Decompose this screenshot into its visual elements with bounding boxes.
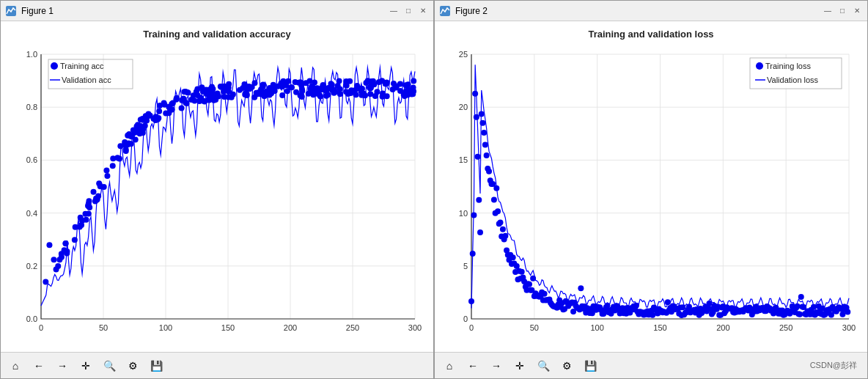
figure2-canvas [435,21,867,352]
figure2-chart-area [435,21,867,352]
figure2-toolbar-buttons: ⌂ ← → ✛ 🔍 ⚙ 💾 [439,356,600,375]
figure1-titlebar-left: Figure 1 [5,5,54,17]
figure1-icon [5,5,17,17]
figure1-pan-button[interactable]: ✛ [76,356,96,375]
figure2-settings-button[interactable]: ⚙ [556,356,577,375]
figure1-home-button[interactable]: ⌂ [5,356,26,375]
figure1-zoom-button[interactable]: 🔍 [99,356,119,375]
figure1-minimize-button[interactable]: — [388,5,400,17]
figure2-zoom-button[interactable]: 🔍 [533,356,553,375]
figure2-back-button[interactable]: ← [463,356,483,375]
figure2-maximize-button[interactable]: □ [836,5,848,17]
figure1-controls: — □ ✕ [388,5,429,17]
figure2-forward-button[interactable]: → [486,356,507,375]
figure1-close-button[interactable]: ✕ [417,5,429,17]
figure1-forward-button[interactable]: → [52,356,73,375]
figure2-titlebar: Figure 2 — □ ✕ [435,1,867,21]
figure1-chart-area [1,21,433,352]
figure1-title: Figure 1 [21,6,54,16]
figure1-canvas [1,21,433,352]
figure1-titlebar: Figure 1 — □ ✕ [1,1,433,21]
figure2-icon [439,5,451,17]
figure2-toolbar: ⌂ ← → ✛ 🔍 ⚙ 💾 CSDN@彭祥 [435,352,867,378]
figure1-window: Figure 1 — □ ✕ ⌂ ← → ✛ 🔍 ⚙ 💾 [0,0,434,379]
figure1-maximize-button[interactable]: □ [402,5,414,17]
figure2-home-button[interactable]: ⌂ [439,356,460,375]
figure2-title: Figure 2 [455,6,488,16]
figure1-settings-button[interactable]: ⚙ [122,356,143,375]
csdn-label: CSDN@彭祥 [810,360,863,371]
figure2-pan-button[interactable]: ✛ [510,356,530,375]
figure1-toolbar: ⌂ ← → ✛ 🔍 ⚙ 💾 [1,352,433,378]
figure2-window: Figure 2 — □ ✕ ⌂ ← → ✛ 🔍 ⚙ 💾 CSDN@彭祥 [434,0,868,379]
figure2-titlebar-left: Figure 2 [439,5,488,17]
figure2-controls: — □ ✕ [822,5,863,17]
figure2-close-button[interactable]: ✕ [851,5,863,17]
figure2-minimize-button[interactable]: — [822,5,834,17]
figure1-back-button[interactable]: ← [29,356,49,375]
figure2-save-button[interactable]: 💾 [580,356,600,375]
figure1-save-button[interactable]: 💾 [146,356,166,375]
